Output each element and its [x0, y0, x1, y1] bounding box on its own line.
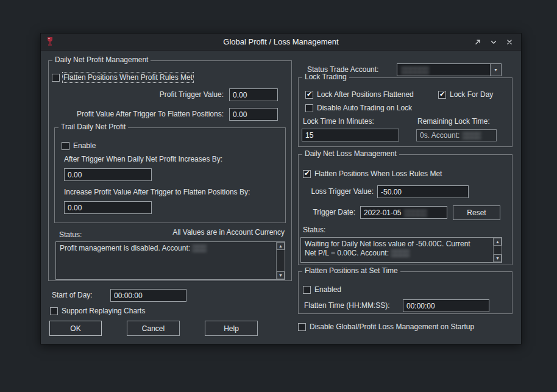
window-title: Global Profit / Loss Management: [41, 34, 521, 50]
flatten-enabled-row: Enabled: [303, 285, 341, 294]
lock-trading-group-title: Lock Trading: [302, 73, 349, 81]
trail-increases-input[interactable]: [64, 168, 152, 181]
desktop-background: Global Profit / Loss Management: [0, 0, 557, 392]
flatten-profit-checkbox[interactable]: [52, 74, 60, 82]
start-of-day-label: Start of Day:: [52, 289, 93, 302]
loss-status-scrollbar[interactable]: ▲ ▼: [493, 238, 502, 262]
lock-for-day-checkbox[interactable]: ✔: [438, 91, 446, 99]
currency-note: All Values are in Account Currency: [141, 228, 285, 237]
window-controls: [474, 34, 514, 50]
flatten-set-time-group-title: Flatten Positions at Set Time: [302, 266, 400, 275]
scroll-down-icon[interactable]: ▼: [494, 254, 502, 262]
trigger-date-label: Trigger Date:: [303, 206, 355, 219]
trigger-date-input[interactable]: 2022-01-05 ▒▒▒▒▒: [360, 206, 447, 219]
scroll-down-icon[interactable]: ▼: [277, 271, 285, 279]
loss-status-box[interactable]: Waiting for Daily Net loss value of -50.…: [300, 237, 502, 263]
redacted-account: ▒▒▒▒: [391, 249, 409, 257]
daily-net-profit-group-title: Daily Net Profit Management: [52, 55, 151, 64]
profit-status-label: Status:: [59, 230, 82, 239]
flatten-loss-label[interactable]: Flatten Positions When Loss Rules Met: [314, 169, 442, 178]
close-icon[interactable]: [505, 38, 514, 46]
loss-trigger-input[interactable]: [377, 185, 469, 198]
dialog-global-profit-loss: Global Profit / Loss Management: [40, 33, 522, 344]
disable-startup-label[interactable]: Disable Global/Profit Loss Management on…: [310, 323, 474, 331]
check-icon: ✔: [304, 169, 310, 177]
loss-status-text: Waiting for Daily Net loss value of -50.…: [305, 240, 491, 258]
redacted-time: ▒▒▒▒▒: [403, 208, 427, 217]
support-replaying-checkbox[interactable]: [50, 307, 58, 315]
lock-after-flattened-label[interactable]: Lock After Positions Flattened: [317, 90, 414, 99]
lock-after-flattened-row: ✔ Lock After Positions Flattened: [305, 90, 414, 99]
flatten-profit-label[interactable]: Flatten Positions When Profit Rules Met: [63, 73, 193, 82]
daily-net-loss-group-title: Daily Net Loss Management: [302, 149, 399, 158]
flatten-profit-row: Flatten Positions When Profit Rules Met: [52, 73, 193, 82]
flatten-enabled-label[interactable]: Enabled: [314, 285, 341, 294]
scroll-up-icon[interactable]: ▲: [494, 238, 502, 246]
minimize-chevron-icon[interactable]: [489, 38, 498, 46]
support-replaying-row: Support Replaying Charts: [50, 307, 145, 315]
trail-increases-label: After Trigger When Daily Net Profit Incr…: [64, 155, 222, 163]
profit-status-box[interactable]: Profit management is disabled. Account: …: [55, 241, 285, 280]
trail-enable-row: Enable: [62, 141, 96, 150]
reset-button[interactable]: Reset: [453, 205, 500, 220]
profit-status-text: Profit management is disabled. Account: …: [60, 244, 274, 253]
flatten-loss-row: ✔ Flatten Positions When Loss Rules Met: [303, 169, 442, 178]
status-trade-account-select[interactable]: ▒▒▒▒▒▒ ▼: [397, 63, 502, 76]
support-replaying-label[interactable]: Support Replaying Charts: [62, 307, 145, 315]
profit-trigger-label: Profit Trigger Value:: [102, 88, 224, 101]
profit-status-scrollbar[interactable]: ▲ ▼: [276, 242, 285, 279]
profit-after-trigger-label: Profit Value After Trigger To Flatten Po…: [58, 108, 224, 121]
help-button[interactable]: Help: [205, 321, 258, 336]
expand-icon[interactable]: [474, 38, 482, 46]
flatten-enabled-checkbox[interactable]: [303, 286, 311, 294]
remaining-lock-time-value: 0s. Account: ▒▒▒▒: [416, 129, 497, 141]
check-icon: ✔: [439, 90, 445, 98]
loss-status-label: Status:: [303, 226, 325, 234]
disable-auto-trading-label[interactable]: Disable Auto Trading on Lock: [317, 104, 412, 112]
lock-for-day-label[interactable]: Lock For Day: [450, 90, 493, 99]
loss-trigger-label: Loss Trigger Value:: [303, 185, 374, 198]
redacted-account: ▒▒▒: [192, 244, 206, 252]
trail-enable-checkbox[interactable]: [62, 142, 69, 150]
disable-auto-trading-checkbox[interactable]: [305, 104, 313, 112]
start-of-day-input[interactable]: [110, 289, 186, 302]
trail-profit-group-title: Trail Daily Net Profit: [59, 123, 128, 131]
trail-increase-after-label: Increase Profit Value After Trigger to F…: [64, 188, 250, 196]
trail-enable-label[interactable]: Enable: [73, 141, 96, 150]
flatten-time-input[interactable]: [403, 299, 489, 312]
chevron-down-icon[interactable]: ▼: [490, 64, 501, 76]
profit-trigger-input[interactable]: [229, 88, 278, 101]
redacted-account: ▒▒▒▒: [462, 131, 480, 140]
status-trade-account-value: ▒▒▒▒▒▒: [401, 66, 428, 74]
ok-button[interactable]: OK: [49, 321, 102, 336]
title-bar[interactable]: Global Profit / Loss Management: [41, 34, 521, 51]
lock-time-input[interactable]: [302, 129, 399, 141]
flatten-time-label: Flatten Time (HH:MM:SS):: [304, 299, 390, 312]
disable-startup-checkbox[interactable]: [298, 323, 306, 331]
disable-auto-trading-row: Disable Auto Trading on Lock: [305, 104, 412, 112]
profit-after-trigger-input[interactable]: [229, 108, 278, 121]
app-icon: [46, 37, 54, 46]
disable-startup-row: Disable Global/Profit Loss Management on…: [298, 323, 474, 331]
cancel-button[interactable]: Cancel: [127, 321, 180, 336]
scroll-up-icon[interactable]: ▲: [277, 242, 285, 250]
lock-after-flattened-checkbox[interactable]: ✔: [305, 91, 313, 99]
check-icon: ✔: [307, 90, 312, 98]
remaining-lock-time-label: Remaining Lock Time:: [417, 117, 490, 126]
dialog-body: Daily Net Profit Management Flatten Posi…: [41, 50, 521, 344]
trail-increase-after-input[interactable]: [64, 201, 152, 214]
flatten-loss-checkbox[interactable]: ✔: [303, 170, 311, 178]
lock-time-label: Lock Time In Minutes:: [303, 117, 374, 126]
lock-for-day-row: ✔ Lock For Day: [438, 90, 493, 99]
